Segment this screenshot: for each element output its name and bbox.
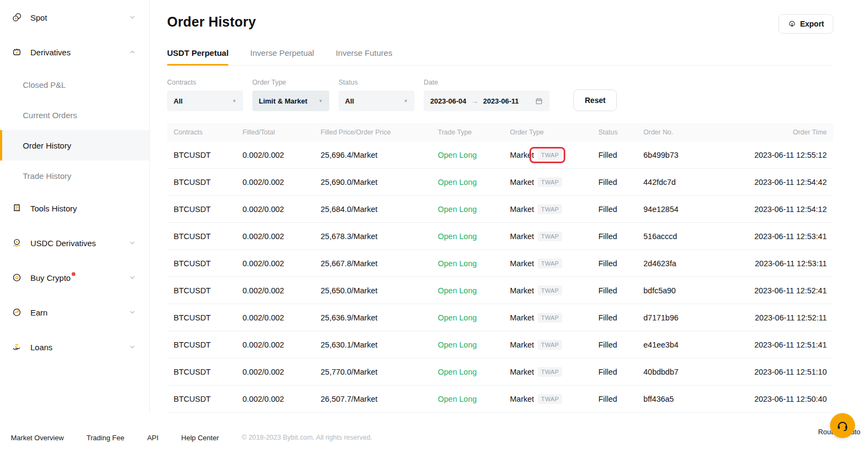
cell-filled-price: 25,636.9/Market <box>321 313 438 322</box>
table-row[interactable]: BTCUSDT 0.002/0.002 25,690.0/Market Open… <box>167 169 833 196</box>
contracts-select-value: All <box>174 97 183 105</box>
table-row[interactable]: BTCUSDT 0.002/0.002 25,696.4/Market Open… <box>167 142 833 169</box>
cell-status: Filled <box>598 368 643 376</box>
cell-order-no: 2d4623fa <box>643 259 725 268</box>
table-body: BTCUSDT 0.002/0.002 25,696.4/Market Open… <box>167 142 833 413</box>
usdc-derivatives-icon <box>11 237 23 249</box>
cell-filled-price: 25,696.4/Market <box>321 151 438 159</box>
cell-status: Filled <box>598 232 643 241</box>
order-type-text: Market <box>510 395 534 403</box>
status-select[interactable]: All ▼ <box>339 91 414 111</box>
order-type-text: Market <box>510 340 534 349</box>
table-row[interactable]: BTCUSDT 0.002/0.002 25,678.3/Market Open… <box>167 223 833 250</box>
cell-order-type: Market TWAP <box>510 394 598 404</box>
twap-tag-wrap: TWAP <box>538 313 562 323</box>
sidebar-item-spot[interactable]: Spot <box>0 0 149 35</box>
tab-inverse-perpetual[interactable]: Inverse Perpetual <box>250 48 314 65</box>
sidebar-item-earn[interactable]: Earn <box>0 295 149 330</box>
cell-order-time: 2023-06-11 12:51:10 <box>725 368 827 376</box>
sidebar-item-buy-crypto[interactable]: Buy Crypto <box>0 260 149 295</box>
cell-trade-type: Open Long <box>438 151 510 159</box>
export-icon <box>788 20 796 28</box>
table-row[interactable]: BTCUSDT 0.002/0.002 25,684.0/Market Open… <box>167 196 833 223</box>
order-type-select[interactable]: Limit & Market ▼ <box>252 91 329 111</box>
sidebar-item-tools-history[interactable]: Tools History <box>0 191 149 226</box>
cell-trade-type: Open Long <box>438 232 510 241</box>
sidebar-item-derivatives[interactable]: Derivatives <box>0 35 149 69</box>
cell-trade-type: Open Long <box>438 259 510 268</box>
export-button[interactable]: Export <box>778 14 833 34</box>
cell-contract: BTCUSDT <box>174 178 242 187</box>
cell-status: Filled <box>598 178 643 187</box>
twap-tag-wrap: TWAP <box>538 394 562 404</box>
cell-trade-type: Open Long <box>438 340 510 349</box>
headset-icon <box>835 419 850 433</box>
cell-filled-total: 0.002/0.002 <box>242 340 321 349</box>
sidebar-item-trade-history[interactable]: Trade History <box>0 160 149 191</box>
order-type-select-value: Limit & Market <box>259 97 308 105</box>
reset-button[interactable]: Reset <box>573 89 617 111</box>
contracts-filter: Contracts All ▼ <box>167 79 243 111</box>
cell-trade-type: Open Long <box>438 395 510 403</box>
order-type-text: Market <box>510 178 534 187</box>
cell-contract: BTCUSDT <box>174 151 242 159</box>
sidebar-item-label: Earn <box>30 308 48 317</box>
cell-order-no: 6b499b73 <box>643 151 725 159</box>
support-chat-button[interactable] <box>830 413 855 438</box>
twap-tag-wrap: TWAP <box>538 177 562 187</box>
sidebar-item-order-history[interactable]: Order History <box>0 130 149 160</box>
arrow-right-icon: → <box>471 97 478 105</box>
cell-contract: BTCUSDT <box>174 340 242 349</box>
contracts-select[interactable]: All ▼ <box>167 91 243 111</box>
footer-link-help-center[interactable]: Help Center <box>181 434 219 442</box>
cell-order-time: 2023-06-11 12:50:40 <box>725 395 827 403</box>
chevron-down-icon <box>129 14 136 21</box>
cell-order-type: Market TWAP <box>510 367 598 377</box>
twap-badge: TWAP <box>538 150 562 160</box>
twap-badge: TWAP <box>538 232 562 241</box>
order-history-table: Contracts Filled/Total Filled Price/Orde… <box>167 123 833 413</box>
twap-tag-wrap: TWAP <box>538 340 562 350</box>
cell-trade-type: Open Long <box>438 178 510 187</box>
order-type-filter-label: Order Type <box>252 79 329 86</box>
footer-link-market-overview[interactable]: Market Overview <box>11 434 64 442</box>
col-contracts: Contracts <box>174 128 242 136</box>
table-row[interactable]: BTCUSDT 0.002/0.002 25,636.9/Market Open… <box>167 304 833 331</box>
page-title: Order History <box>167 14 833 30</box>
sidebar-item-loans[interactable]: Loans <box>0 330 149 364</box>
tab-usdt-perpetual[interactable]: USDT Perpetual <box>167 48 228 65</box>
order-type-text: Market <box>510 286 534 295</box>
footer-link-api[interactable]: API <box>147 434 158 442</box>
table-row[interactable]: BTCUSDT 0.002/0.002 25,770.0/Market Open… <box>167 358 833 385</box>
order-type-text: Market <box>510 313 534 322</box>
caret-down-icon: ▼ <box>396 99 408 104</box>
twap-badge: TWAP <box>538 313 562 323</box>
cell-filled-price: 25,630.1/Market <box>321 340 438 349</box>
cell-trade-type: Open Long <box>438 313 510 322</box>
table-header: Contracts Filled/Total Filled Price/Orde… <box>167 123 833 142</box>
cell-order-time: 2023-06-11 12:52:41 <box>725 286 827 295</box>
sidebar-item-closed-pl[interactable]: Closed P&L <box>0 69 149 100</box>
cell-contract: BTCUSDT <box>174 205 242 214</box>
table-row[interactable]: BTCUSDT 0.002/0.002 25,630.1/Market Open… <box>167 331 833 358</box>
main-content: Order History Export USDT Perpetual Inve… <box>150 0 868 450</box>
cell-filled-total: 0.002/0.002 <box>242 232 321 241</box>
tab-inverse-futures[interactable]: Inverse Futures <box>336 48 392 65</box>
order-type-text: Market <box>510 151 534 159</box>
table-row[interactable]: BTCUSDT 0.002/0.002 25,667.8/Market Open… <box>167 250 833 277</box>
cell-filled-price: 25,678.3/Market <box>321 232 438 241</box>
loans-icon <box>11 341 23 353</box>
sidebar-item-current-orders[interactable]: Current Orders <box>0 100 149 130</box>
cell-order-no: d7171b96 <box>643 313 725 322</box>
footer-link-trading-fee[interactable]: Trading Fee <box>87 434 125 442</box>
cell-order-type: Market TWAP <box>510 286 598 295</box>
status-select-value: All <box>345 97 354 105</box>
cell-order-time: 2023-06-11 12:53:41 <box>725 232 827 241</box>
cell-order-no: 94e12854 <box>643 205 725 214</box>
table-row[interactable]: BTCUSDT 0.002/0.002 26,507.7/Market Open… <box>167 385 833 413</box>
table-row[interactable]: BTCUSDT 0.002/0.002 25,650.0/Market Open… <box>167 277 833 304</box>
date-range-picker[interactable]: 2023-06-04 → 2023-06-11 <box>424 91 550 111</box>
cell-order-type: Market TWAP <box>510 259 598 268</box>
sidebar-item-usdc-derivatives[interactable]: USDC Derivatives <box>0 226 149 260</box>
cell-order-no: bdfc5a90 <box>643 286 725 295</box>
